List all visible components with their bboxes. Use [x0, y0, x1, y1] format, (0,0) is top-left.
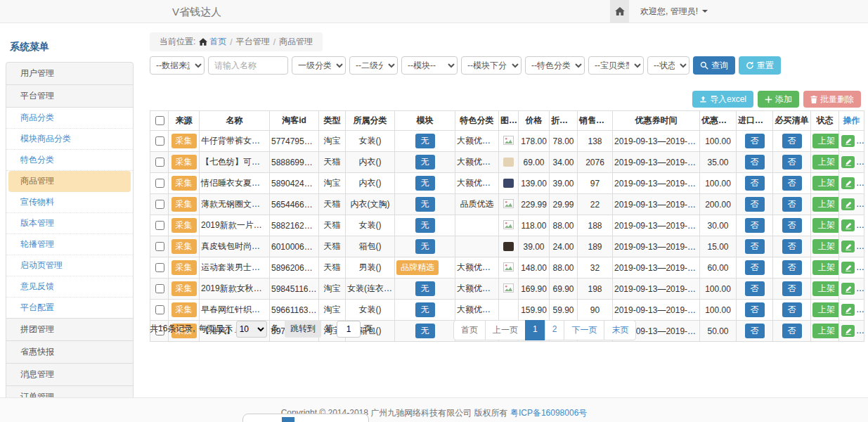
sidebar-item[interactable]: 商品管理 [8, 171, 131, 192]
status-on-shelf-button[interactable]: 上架 [812, 134, 839, 148]
page-button[interactable]: 首页 [453, 320, 486, 340]
filter-dropdown[interactable]: --模块-- [401, 56, 458, 75]
row-checkbox[interactable] [155, 200, 164, 209]
status-on-shelf-button[interactable]: 上架 [812, 281, 839, 296]
edit-button[interactable] [841, 198, 855, 210]
icp-link[interactable]: 粤ICP备16098006号 [510, 408, 587, 418]
filter-dropdown[interactable]: --宝贝类型-- [588, 56, 644, 75]
sidebar-item[interactable]: 特色分类 [6, 150, 133, 171]
jump-button[interactable]: 跳转到 [285, 320, 321, 338]
import-select-toggle[interactable]: 否 [745, 134, 765, 148]
must-buy-toggle[interactable]: 否 [782, 134, 802, 148]
status-on-shelf-button[interactable]: 上架 [812, 239, 839, 254]
must-buy-toggle[interactable]: 否 [782, 218, 802, 233]
import-select-toggle[interactable]: 否 [745, 324, 765, 338]
sidebar-group[interactable]: 省惠快报 [6, 340, 134, 364]
jump-page-input[interactable] [337, 321, 361, 338]
sidebar-item[interactable]: 轮播管理 [6, 234, 133, 255]
sidebar-item[interactable]: 宣传物料 [6, 192, 133, 213]
must-buy-toggle[interactable]: 否 [782, 155, 802, 170]
breadcrumb-home-link[interactable]: 首页 [199, 36, 226, 48]
status-on-shelf-button[interactable]: 上架 [812, 155, 839, 170]
source-cell: 采集 [169, 131, 200, 152]
filter-dropdown[interactable]: --模块下分类-- [461, 56, 522, 75]
sidebar-item[interactable]: 平台配置 [6, 298, 133, 318]
table-row: 采集早春网红针织外套女春...596611634525淘宝女装()无大额优惠券1… [150, 300, 864, 321]
filter-dropdown[interactable]: --数据来源-- [150, 56, 205, 75]
page-button[interactable]: 2 [545, 320, 565, 340]
search-button[interactable]: 查询 [693, 56, 735, 75]
batch-delete-button[interactable]: 批量删除 [803, 91, 861, 108]
sidebar-item[interactable]: 模块商品分类 [6, 129, 133, 150]
import-select-toggle[interactable]: 否 [745, 260, 765, 275]
must-buy-toggle[interactable]: 否 [782, 281, 802, 296]
filter-dropdown[interactable]: --特色分类-- [525, 56, 585, 75]
edit-button[interactable] [841, 135, 855, 147]
type-cell: 天猫 [319, 194, 346, 215]
edit-button[interactable] [841, 304, 855, 316]
select-all-checkbox[interactable] [155, 116, 164, 125]
sidebar-group[interactable]: 用户管理 [6, 62, 134, 85]
import-select-toggle[interactable]: 否 [745, 176, 765, 191]
row-checkbox[interactable] [155, 179, 164, 188]
must-buy-toggle[interactable]: 否 [782, 176, 802, 191]
edit-button[interactable] [841, 219, 855, 231]
row-checkbox[interactable] [155, 263, 164, 272]
row-checkbox[interactable] [155, 242, 164, 251]
page-button[interactable]: 末页 [604, 320, 636, 340]
page-button[interactable]: 1 [525, 320, 545, 340]
per-page-select[interactable]: 10 [236, 321, 267, 338]
row-checkbox[interactable] [155, 136, 164, 146]
status-on-shelf-button[interactable]: 上架 [812, 260, 839, 275]
row-checkbox[interactable] [155, 221, 164, 230]
import-select-toggle[interactable]: 否 [745, 239, 765, 254]
sidebar-item[interactable]: 启动页管理 [6, 255, 133, 276]
filter-dropdown[interactable]: --状态-- [647, 56, 689, 75]
status-on-shelf-button[interactable]: 上架 [812, 197, 839, 212]
breadcrumb-home-label[interactable]: 首页 [209, 36, 226, 48]
image-placeholder-icon [503, 136, 514, 145]
import-select-toggle[interactable]: 否 [745, 155, 765, 170]
edit-button[interactable] [841, 283, 855, 295]
add-button[interactable]: 添加 [758, 91, 799, 108]
must-buy-toggle[interactable]: 否 [782, 324, 802, 338]
import-select-toggle[interactable]: 否 [745, 197, 765, 212]
column-header: 价格 [519, 111, 550, 131]
sidebar-item[interactable]: 商品分类 [6, 108, 133, 129]
edit-button[interactable] [841, 262, 855, 274]
page-button[interactable]: 下一页 [564, 320, 604, 340]
sidebar-item[interactable]: 意见反馈 [6, 276, 133, 298]
sidebar-group[interactable]: 平台管理 [6, 84, 134, 108]
filter-dropdown[interactable]: --二级分类-- [349, 56, 398, 75]
edit-button[interactable] [841, 177, 855, 189]
must-buy-toggle[interactable]: 否 [782, 260, 802, 275]
status-on-shelf-button[interactable]: 上架 [812, 218, 839, 233]
import-select-toggle[interactable]: 否 [745, 281, 765, 296]
must-buy-toggle[interactable]: 否 [782, 302, 802, 317]
must-buy-toggle[interactable]: 否 [782, 239, 802, 254]
import-select-toggle[interactable]: 否 [745, 218, 765, 233]
page-button[interactable]: 上一页 [485, 320, 526, 340]
row-checkbox[interactable] [155, 305, 164, 314]
import-select-toggle-cell: 否 [737, 236, 773, 257]
row-checkbox[interactable] [155, 158, 164, 167]
user-menu[interactable]: 欢迎您, 管理员! [629, 0, 720, 23]
sidebar-item[interactable]: 版本管理 [6, 213, 133, 234]
coupon-amount-cell: 100.00 [700, 131, 737, 152]
import-excel-button[interactable]: 导入excel [692, 91, 753, 108]
edit-button[interactable] [841, 241, 855, 252]
edit-button[interactable] [841, 156, 855, 168]
status-on-shelf-button[interactable]: 上架 [812, 176, 839, 191]
status-on-shelf-button[interactable]: 上架 [812, 302, 839, 317]
import-select-toggle[interactable]: 否 [745, 302, 765, 317]
reset-button[interactable]: 重置 [739, 56, 781, 75]
home-button[interactable] [610, 0, 629, 23]
row-checkbox[interactable] [155, 284, 164, 293]
must-buy-toggle[interactable]: 否 [782, 197, 802, 212]
edit-button[interactable] [841, 325, 855, 337]
filter-dropdown[interactable]: 一级分类 [292, 56, 346, 75]
status-on-shelf-button[interactable]: 上架 [812, 324, 839, 338]
sidebar-group[interactable]: 消息管理 [6, 363, 134, 386]
name-search-input[interactable] [208, 56, 288, 75]
sidebar-group[interactable]: 拼团管理 [6, 318, 134, 341]
